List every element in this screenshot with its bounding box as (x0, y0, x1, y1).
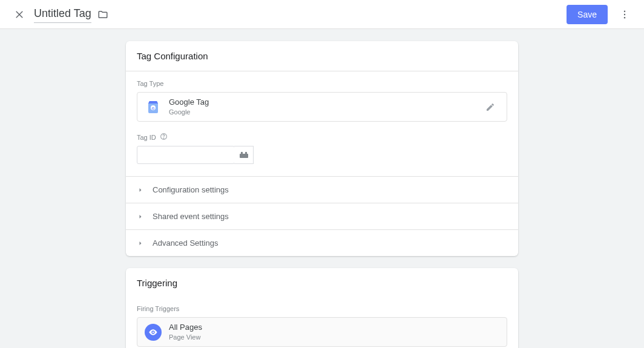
tag-type-name: Google Tag (169, 97, 209, 108)
app-header: Untitled Tag Save (0, 0, 644, 29)
triggering-card: Triggering Firing Triggers All Pages Pag… (126, 268, 518, 348)
main-content: Tag Configuration Tag Type G Google Tag … (0, 29, 644, 348)
firing-triggers-label: Firing Triggers (137, 305, 507, 312)
tag-configuration-card: Tag Configuration Tag Type G Google Tag … (126, 41, 518, 256)
expander-advanced-settings[interactable]: Advanced Settings (126, 229, 518, 256)
tag-id-input-row (137, 146, 507, 164)
svg-text:G: G (152, 107, 155, 110)
svg-rect-9 (240, 154, 248, 158)
variable-picker-button[interactable] (234, 146, 254, 164)
chevron-right-icon (137, 186, 144, 194)
tag-type-label: Tag Type (137, 80, 507, 87)
svg-point-8 (163, 138, 164, 139)
google-tag-icon: G (145, 99, 162, 116)
tag-name-input[interactable]: Untitled Tag (34, 6, 91, 23)
lego-icon (239, 151, 249, 159)
svg-rect-10 (241, 152, 243, 154)
tag-type-text: Google Tag Google (169, 97, 209, 116)
tag-type-row[interactable]: G Google Tag Google (137, 92, 507, 122)
chevron-right-icon (137, 240, 144, 247)
expander-label: Advanced Settings (153, 238, 218, 248)
more-vertical-icon (619, 9, 630, 20)
save-button[interactable]: Save (567, 5, 608, 24)
svg-point-3 (624, 13, 625, 15)
card-title: Triggering (126, 268, 518, 298)
tag-id-label: Tag ID (137, 134, 156, 141)
more-menu-button[interactable] (613, 2, 637, 27)
trigger-row[interactable]: All Pages Page View (137, 317, 507, 347)
trigger-type: Page View (169, 333, 202, 341)
expander-shared-event-settings[interactable]: Shared event settings (126, 203, 518, 229)
expander-label: Shared event settings (153, 212, 229, 221)
expander-label: Configuration settings (153, 185, 229, 194)
close-button[interactable] (7, 2, 31, 27)
svg-point-12 (153, 331, 154, 333)
title-area: Untitled Tag (34, 6, 108, 23)
close-icon (14, 9, 25, 20)
tag-id-input[interactable] (137, 146, 235, 164)
expander-configuration-settings[interactable]: Configuration settings (126, 176, 518, 203)
trigger-name: All Pages (169, 323, 202, 333)
page-view-icon (145, 324, 162, 341)
svg-rect-11 (245, 152, 247, 154)
tag-id-label-row: Tag ID (137, 133, 507, 142)
folder-icon[interactable] (97, 9, 108, 20)
pencil-icon (485, 102, 495, 112)
chevron-right-icon (137, 213, 144, 220)
svg-point-4 (624, 17, 625, 18)
tag-type-vendor: Google (169, 108, 209, 116)
trigger-text: All Pages Page View (169, 323, 202, 341)
svg-point-2 (624, 10, 625, 11)
card-title: Tag Configuration (126, 41, 518, 71)
edit-tag-type-button[interactable] (481, 98, 499, 116)
help-icon[interactable] (160, 133, 168, 142)
